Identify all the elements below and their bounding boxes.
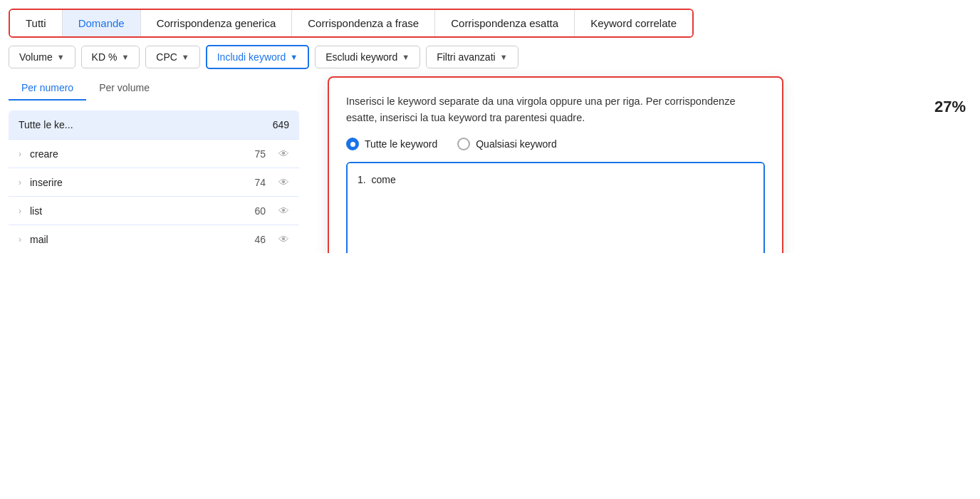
keyword-name: list (30, 205, 249, 217)
tab-domande[interactable]: Domande (63, 10, 141, 36)
eye-icon[interactable]: 👁 (278, 233, 289, 245)
keyword-name: mail (30, 234, 249, 245)
tab-frase[interactable]: Corrispondenza a frase (292, 10, 435, 36)
eye-icon[interactable]: 👁 (278, 148, 289, 160)
avanzati-filter[interactable]: Filtri avanzati ▼ (426, 46, 518, 68)
tab-esatta[interactable]: Corrispondenza esatta (435, 10, 575, 36)
includi-filter[interactable]: Includi keyword ▼ (206, 45, 309, 69)
radio-qualsiasi[interactable]: Qualsiasi keyword (457, 138, 557, 150)
avanzati-label: Filtri avanzati (437, 51, 495, 63)
volume-filter[interactable]: Volume ▼ (9, 46, 75, 68)
volume-chevron-icon: ▼ (57, 53, 65, 61)
radio-tutte[interactable]: Tutte le keyword (346, 138, 437, 150)
tab-correlate[interactable]: Keyword correlate (575, 10, 692, 36)
list-item: › creare 75 👁 (9, 139, 299, 168)
avanzati-chevron-icon: ▼ (500, 53, 508, 61)
keyword-header-label: Tutte le ke... (19, 119, 73, 130)
keyword-textarea-container: 1. come (346, 162, 765, 253)
cpc-chevron-icon: ▼ (182, 53, 189, 61)
chevron-right-icon: › (19, 235, 21, 245)
includi-chevron-icon: ▼ (290, 53, 298, 61)
escludi-chevron-icon: ▼ (402, 53, 410, 61)
chevron-right-icon: › (19, 206, 21, 216)
eye-icon[interactable]: 👁 (278, 176, 289, 188)
keyword-count: 60 (254, 205, 266, 217)
sidebar: Per numero Per volume Tutte le ke... 649… (0, 76, 299, 253)
keyword-list-header: Tutte le ke... 649 (9, 110, 299, 139)
escludi-filter[interactable]: Escludi keyword ▼ (315, 46, 420, 68)
dropdown-description: Inserisci le keyword separate da una vir… (346, 93, 765, 126)
includi-keyword-panel: Inserisci le keyword separate da una vir… (328, 76, 783, 253)
keyword-name: inserire (30, 177, 249, 188)
chevron-right-icon: › (19, 149, 21, 159)
chevron-right-icon: › (19, 178, 21, 187)
keyword-count: 75 (254, 148, 266, 160)
escludi-label: Escludi keyword (325, 51, 397, 63)
list-item: › mail 46 👁 (9, 225, 299, 253)
keyword-list: Tutte le ke... 649 › creare 75 👁 › inser… (9, 110, 299, 253)
radio-qualsiasi-label: Qualsiasi keyword (476, 138, 557, 150)
eye-icon[interactable]: 👁 (278, 205, 289, 217)
radio-qualsiasi-circle (457, 138, 470, 150)
percentage-display: 27% (934, 98, 966, 116)
cpc-filter[interactable]: CPC ▼ (145, 46, 199, 68)
kd-chevron-icon: ▼ (121, 53, 129, 61)
volume-label: Volume (19, 51, 53, 63)
list-item: › inserire 74 👁 (9, 168, 299, 196)
cpc-label: CPC (156, 51, 177, 63)
includi-label: Includi keyword (217, 51, 286, 63)
keyword-textarea[interactable]: 1. come (348, 163, 763, 253)
radio-group: Tutte le keyword Qualsiasi keyword (346, 138, 765, 150)
keyword-count: 46 (254, 234, 266, 245)
kd-filter[interactable]: KD % ▼ (81, 46, 140, 68)
subtab-per-numero[interactable]: Per numero (9, 76, 86, 101)
radio-tutte-circle (346, 138, 359, 150)
tab-generica[interactable]: Corrispondenza generica (141, 10, 293, 36)
kd-label: KD % (92, 51, 118, 63)
radio-tutte-label: Tutte le keyword (365, 138, 437, 150)
subtab-per-volume[interactable]: Per volume (86, 76, 162, 101)
tab-tutti[interactable]: Tutti (10, 10, 63, 36)
keyword-count: 74 (254, 177, 266, 188)
keyword-name: creare (30, 148, 249, 160)
list-item: › list 60 👁 (9, 196, 299, 225)
main-area: Per numero Per volume Tutte le ke... 649… (0, 76, 980, 253)
top-tab-bar: Tutti Domande Corrispondenza generica Co… (9, 9, 694, 38)
filter-row: Volume ▼ KD % ▼ CPC ▼ Includi keyword ▼ … (0, 38, 980, 76)
subtab-bar: Per numero Per volume (9, 76, 299, 101)
keyword-header-count: 649 (273, 119, 289, 130)
